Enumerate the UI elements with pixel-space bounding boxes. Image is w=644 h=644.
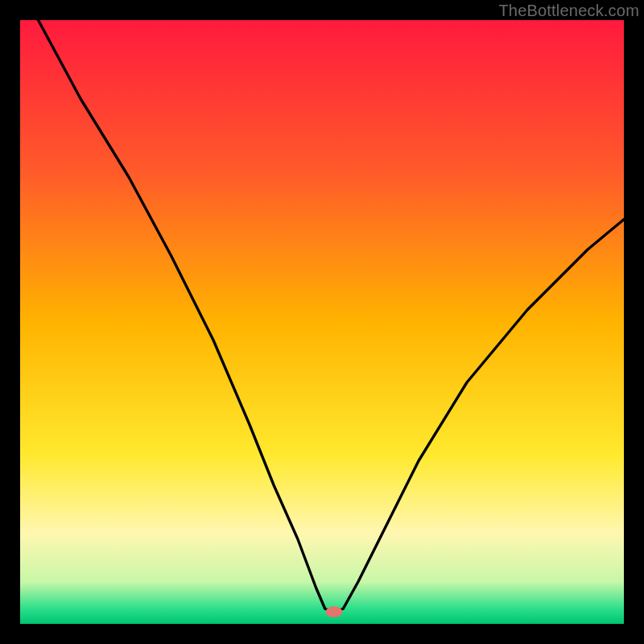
gradient-background [20,20,624,624]
chart-frame: TheBottleneck.com [0,0,644,644]
optimum-marker [326,606,343,617]
bottleneck-chart [20,20,624,624]
watermark-text: TheBottleneck.com [498,2,639,20]
